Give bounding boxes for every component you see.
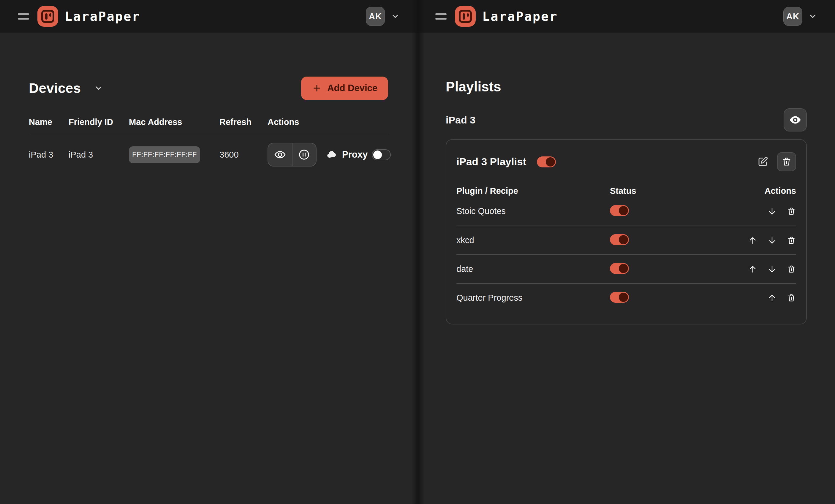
avatar[interactable]: AK bbox=[783, 7, 802, 26]
preview-playlist-button[interactable] bbox=[783, 108, 807, 131]
eye-icon bbox=[274, 148, 286, 161]
arrow-down-icon bbox=[767, 236, 777, 245]
trash-icon bbox=[781, 156, 792, 167]
app-logo-icon[interactable] bbox=[37, 6, 58, 27]
eye-icon bbox=[789, 113, 802, 126]
devices-window: LaraPaper AK Devices bbox=[0, 0, 418, 504]
devices-page-head: Devices Add Device bbox=[29, 76, 388, 100]
delete-playlist-button[interactable] bbox=[777, 152, 796, 171]
plugin-label: Quarter Progress bbox=[456, 293, 610, 303]
header-right: AK bbox=[366, 7, 400, 26]
devices-page: Devices Add Device Name Friendly ID Mac bbox=[0, 33, 418, 167]
device-name: iPad 3 bbox=[29, 150, 68, 160]
plugin-status-toggle[interactable] bbox=[610, 263, 629, 274]
playlist-item-row: Quarter Progress bbox=[456, 283, 796, 312]
device-row: iPad 3 iPad 3 FF:FF:FF:FF:FF:FF 3600 bbox=[29, 135, 388, 167]
add-device-button[interactable]: Add Device bbox=[301, 77, 388, 100]
move-down-button[interactable] bbox=[767, 207, 777, 216]
plus-icon bbox=[312, 83, 322, 93]
device-friendly-id: iPad 3 bbox=[68, 150, 129, 160]
pause-circle-icon bbox=[298, 148, 310, 161]
trash-icon bbox=[787, 293, 796, 303]
devices-table: Name Friendly ID Mac Address Refresh Act… bbox=[29, 117, 388, 167]
trash-icon bbox=[787, 236, 796, 245]
header-right: AK bbox=[783, 7, 817, 26]
move-up-button[interactable] bbox=[748, 236, 757, 245]
col-friendly-id: Friendly ID bbox=[68, 117, 129, 127]
chevron-down-icon[interactable] bbox=[94, 83, 103, 93]
proxy-toggle[interactable] bbox=[372, 149, 391, 160]
col-status: Status bbox=[610, 186, 765, 196]
playlist-item-row: xkcd bbox=[456, 226, 796, 254]
edit-playlist-button[interactable] bbox=[757, 156, 769, 168]
col-actions: Actions bbox=[267, 117, 388, 127]
mac-address-badge: FF:FF:FF:FF:FF:FF bbox=[129, 146, 200, 163]
app-screen: LaraPaper AK Devices bbox=[0, 0, 835, 504]
app-header: LaraPaper AK bbox=[0, 0, 418, 33]
playlist-device-name: iPad 3 bbox=[446, 114, 475, 126]
move-up-button[interactable] bbox=[767, 293, 777, 303]
proxy-label: Proxy bbox=[342, 149, 368, 160]
delete-plugin-button[interactable] bbox=[787, 236, 796, 245]
delete-plugin-button[interactable] bbox=[787, 265, 796, 274]
menu-icon[interactable] bbox=[18, 11, 29, 21]
app-logo-text[interactable]: LaraPaper bbox=[482, 9, 558, 24]
app-logo-text[interactable]: LaraPaper bbox=[65, 9, 140, 24]
device-refresh: 3600 bbox=[220, 150, 267, 160]
delete-plugin-button[interactable] bbox=[787, 293, 796, 303]
chevron-down-icon[interactable] bbox=[391, 12, 400, 21]
playlist-card: iPad 3 Playlist bbox=[446, 139, 807, 324]
playlist-table-header: Plugin / Recipe Status Actions bbox=[456, 185, 796, 197]
col-refresh: Refresh bbox=[220, 117, 267, 127]
device-actions: Proxy bbox=[267, 143, 391, 167]
trash-icon bbox=[787, 265, 796, 274]
app-header: LaraPaper AK bbox=[418, 0, 835, 33]
col-mac-address: Mac Address bbox=[129, 117, 220, 127]
arrow-up-icon bbox=[748, 265, 757, 274]
arrow-down-icon bbox=[767, 265, 777, 274]
move-down-button[interactable] bbox=[767, 265, 777, 274]
delete-plugin-button[interactable] bbox=[787, 207, 796, 216]
cloud-icon bbox=[325, 149, 338, 160]
playlists-page: Playlists iPad 3 iPad 3 Playlist bbox=[418, 33, 835, 324]
page-title: Devices bbox=[29, 80, 81, 96]
move-up-button[interactable] bbox=[748, 265, 757, 274]
col-name: Name bbox=[29, 117, 68, 127]
preview-device-button[interactable] bbox=[268, 143, 292, 166]
app-logo-icon[interactable] bbox=[455, 6, 476, 27]
device-action-group bbox=[267, 143, 317, 167]
arrow-up-icon bbox=[767, 293, 777, 303]
playlist-card-header: iPad 3 Playlist bbox=[456, 152, 796, 172]
col-actions: Actions bbox=[765, 186, 796, 196]
playlist-enabled-toggle[interactable] bbox=[537, 156, 556, 167]
header-left: LaraPaper bbox=[18, 6, 140, 27]
trash-icon bbox=[787, 207, 796, 216]
arrow-up-icon bbox=[748, 236, 757, 245]
plugin-status-toggle[interactable] bbox=[610, 292, 629, 303]
plugin-label: xkcd bbox=[456, 235, 610, 245]
plugin-label: date bbox=[456, 264, 610, 274]
playlist-device-row: iPad 3 bbox=[446, 108, 807, 131]
pause-device-button[interactable] bbox=[292, 143, 316, 166]
avatar[interactable]: AK bbox=[366, 7, 385, 26]
add-device-label: Add Device bbox=[327, 83, 378, 93]
move-down-button[interactable] bbox=[767, 236, 777, 245]
plugin-status-toggle[interactable] bbox=[610, 234, 629, 245]
pencil-square-icon bbox=[757, 156, 769, 168]
playlists-window: LaraPaper AK Playlists iPad 3 bbox=[418, 0, 835, 504]
playlist-item-row: date bbox=[456, 254, 796, 283]
arrow-down-icon bbox=[767, 207, 777, 216]
playlist-title: iPad 3 Playlist bbox=[456, 156, 526, 168]
playlist-item-row: Stoic Quotes bbox=[456, 197, 796, 226]
menu-icon[interactable] bbox=[435, 11, 447, 21]
chevron-down-icon[interactable] bbox=[808, 12, 817, 21]
header-left: LaraPaper bbox=[435, 6, 558, 27]
plugin-label: Stoic Quotes bbox=[456, 206, 610, 216]
plugin-status-toggle[interactable] bbox=[610, 205, 629, 216]
proxy-cluster: Proxy bbox=[325, 149, 391, 160]
page-title: Playlists bbox=[446, 79, 807, 95]
devices-table-header: Name Friendly ID Mac Address Refresh Act… bbox=[29, 117, 388, 135]
col-plugin-recipe: Plugin / Recipe bbox=[456, 186, 610, 196]
